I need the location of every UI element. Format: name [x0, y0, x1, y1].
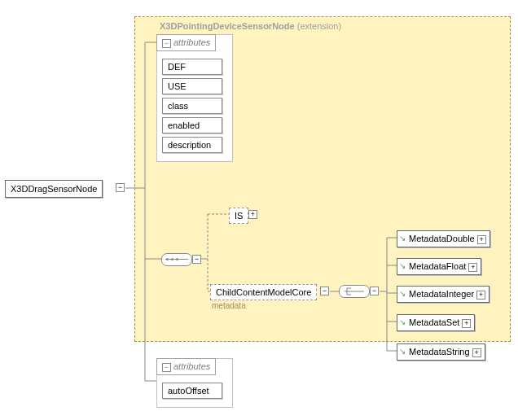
- seq-expand[interactable]: −: [192, 255, 201, 264]
- expand-icon[interactable]: +: [477, 235, 486, 244]
- attr-enabled[interactable]: enabled: [162, 117, 222, 133]
- expand-icon[interactable]: +: [476, 291, 485, 300]
- root-expand[interactable]: −: [116, 183, 125, 192]
- collapse-icon: −: [162, 39, 171, 48]
- metadata-float[interactable]: ↘MetadataFloat+: [397, 258, 481, 275]
- choice-expand[interactable]: −: [370, 287, 379, 295]
- is-expand[interactable]: +: [248, 210, 257, 219]
- is-node[interactable]: IS: [229, 208, 248, 224]
- child-content-model-core[interactable]: ChildContentModelCore: [210, 284, 317, 300]
- attr-def[interactable]: DEF: [162, 59, 222, 75]
- choice-connector[interactable]: [339, 285, 370, 298]
- ref-icon: ↘: [399, 261, 406, 270]
- attr-group-header[interactable]: −attributes: [156, 34, 216, 51]
- ccm-expand[interactable]: −: [320, 287, 329, 295]
- collapse-icon: −: [162, 363, 171, 372]
- attr-autooffset[interactable]: autoOffset: [162, 383, 222, 399]
- expand-icon[interactable]: +: [472, 348, 481, 357]
- ccm-sublabel: metadata: [212, 301, 246, 310]
- ref-icon: ↘: [399, 347, 406, 356]
- sequence-connector-1[interactable]: [161, 253, 192, 266]
- ref-icon: ↘: [399, 289, 406, 298]
- ref-icon: ↘: [399, 234, 406, 243]
- expand-icon[interactable]: +: [468, 263, 477, 272]
- attr-class[interactable]: class: [162, 98, 222, 114]
- container-title: X3DPointingDeviceSensorNode (extension): [160, 21, 341, 31]
- attr-use[interactable]: USE: [162, 78, 222, 94]
- ref-icon: ↘: [399, 317, 406, 326]
- attributes-group-2: −attributes autoOffset: [156, 358, 233, 408]
- metadata-integer[interactable]: ↘MetadataInteger+: [397, 286, 489, 303]
- metadata-double[interactable]: ↘MetadataDouble+: [397, 230, 490, 247]
- attributes-group-1: −attributes DEF USE class enabled descri…: [156, 34, 233, 162]
- attr-description[interactable]: description: [162, 137, 222, 153]
- root-node[interactable]: X3DDragSensorNode: [5, 180, 103, 198]
- metadata-set[interactable]: ↘MetadataSet+: [397, 314, 475, 331]
- attr-group-header-2[interactable]: −attributes: [156, 358, 216, 375]
- metadata-string[interactable]: ↘MetadataString+: [397, 343, 485, 361]
- expand-icon[interactable]: +: [462, 319, 471, 328]
